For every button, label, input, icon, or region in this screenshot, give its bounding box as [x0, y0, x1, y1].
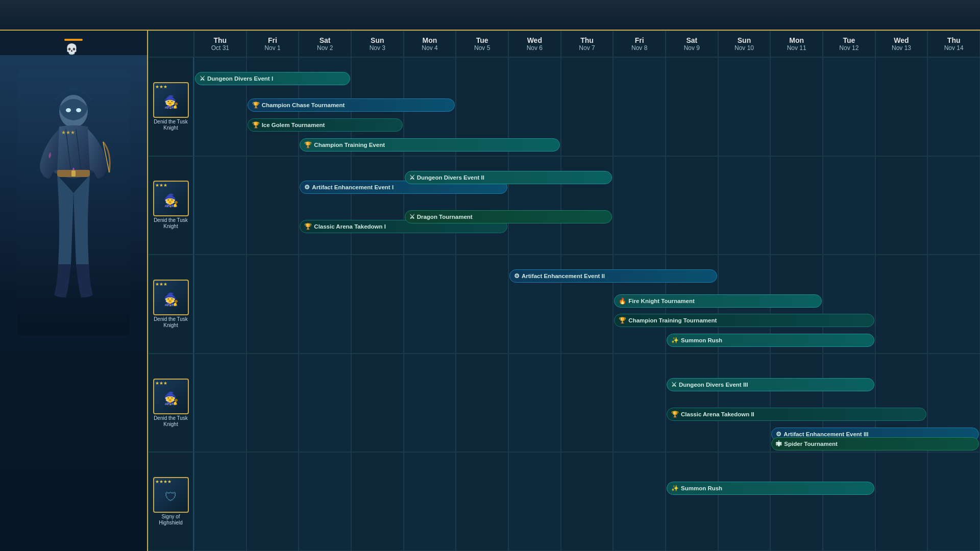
champion-type: 💀	[0, 43, 147, 55]
day-header-4: MonNov 4	[404, 31, 456, 57]
day-cell-r3-c13	[875, 354, 928, 453]
day-cell-r3-c12	[823, 354, 875, 453]
calendar-area: ThuOct 31FriNov 1SatNov 2SunNov 3MonNov …	[148, 31, 980, 551]
calendar-grid: ThuOct 31FriNov 1SatNov 2SunNov 3MonNov …	[148, 31, 980, 551]
day-cell-r3-c11	[770, 354, 823, 453]
champion-silhouette: ★★★	[17, 70, 130, 336]
day-header-12: TueNov 12	[823, 31, 875, 57]
day-cell-r4-c4	[404, 452, 456, 551]
day-cell-r4-c14	[927, 452, 980, 551]
day-header-3: SunNov 3	[351, 31, 404, 57]
day-header-10: SunNov 10	[718, 31, 771, 57]
champion-cell-4: ★★★★🛡Signy of Highshield	[148, 452, 194, 551]
day-header-0: ThuOct 31	[194, 31, 247, 57]
day-cell-r1-c13	[875, 156, 928, 255]
champion-rarity-container	[0, 39, 147, 41]
day-cell-r2-c9	[666, 255, 718, 354]
day-cell-r0-c13	[875, 57, 928, 156]
day-cell-r4-c8	[613, 452, 666, 551]
day-cell-r1-c1	[247, 156, 299, 255]
day-cell-r0-c12	[823, 57, 875, 156]
day-cell-r4-c0	[194, 452, 247, 551]
day-cell-r1-c10	[718, 156, 771, 255]
champion-image: ★★★	[0, 55, 147, 351]
day-cell-r2-c2	[299, 255, 351, 354]
day-cell-r0-c11	[770, 57, 823, 156]
day-cell-r4-c6	[508, 452, 561, 551]
day-cell-r0-c3	[351, 57, 404, 156]
day-cell-r2-c8	[613, 255, 666, 354]
champion-column-header	[148, 31, 194, 57]
rarity-badge	[64, 39, 83, 41]
day-cell-r0-c5	[456, 57, 508, 156]
day-cell-r2-c11	[770, 255, 823, 354]
day-cell-r3-c0	[194, 354, 247, 453]
day-cell-r3-c6	[508, 354, 561, 453]
day-header-14: ThuNov 14	[927, 31, 980, 57]
day-cell-r3-c4	[404, 354, 456, 453]
day-cell-r2-c3	[351, 255, 404, 354]
day-cell-r1-c5	[456, 156, 508, 255]
skull-icon: 💀	[65, 43, 78, 55]
day-cell-r2-c4	[404, 255, 456, 354]
day-cell-r3-c8	[613, 354, 666, 453]
day-cell-r2-c13	[875, 255, 928, 354]
day-cell-r2-c14	[927, 255, 980, 354]
svg-point-3	[76, 108, 81, 112]
day-cell-r0-c8	[613, 57, 666, 156]
day-header-1: FriNov 1	[247, 31, 299, 57]
day-cell-r2-c6	[508, 255, 561, 354]
day-cell-r4-c13	[875, 452, 928, 551]
day-cell-r4-c10	[718, 452, 771, 551]
day-cell-r3-c10	[718, 354, 771, 453]
day-header-5: TueNov 5	[456, 31, 508, 57]
day-cell-r2-c10	[718, 255, 771, 354]
day-header-7: ThuNov 7	[561, 31, 614, 57]
day-cell-r4-c3	[351, 452, 404, 551]
day-cell-r4-c12	[823, 452, 875, 551]
day-cell-r3-c2	[299, 354, 351, 453]
day-cell-r1-c0	[194, 156, 247, 255]
champion-name	[0, 31, 147, 37]
day-cell-r1-c4	[404, 156, 456, 255]
champion-cell-2: ★★★🧙Denid the Tusk Knight	[148, 255, 194, 354]
day-cell-r0-c2	[299, 57, 351, 156]
day-cell-r2-c0	[194, 255, 247, 354]
day-cell-r2-c1	[247, 255, 299, 354]
page-header	[0, 0, 980, 31]
day-cell-r0-c7	[561, 57, 614, 156]
day-cell-r3-c7	[561, 354, 614, 453]
day-cell-r1-c7	[561, 156, 614, 255]
day-cell-r0-c6	[508, 57, 561, 156]
day-cell-r0-c4	[404, 57, 456, 156]
day-cell-r0-c10	[718, 57, 771, 156]
day-cell-r1-c2	[299, 156, 351, 255]
champion-cell-3: ★★★🧙Denid the Tusk Knight	[148, 354, 194, 453]
day-cell-r3-c5	[456, 354, 508, 453]
day-cell-r1-c11	[770, 156, 823, 255]
day-cell-r1-c8	[613, 156, 666, 255]
day-cell-r0-c1	[247, 57, 299, 156]
day-cell-r4-c1	[247, 452, 299, 551]
day-cell-r3-c9	[666, 354, 718, 453]
day-cell-r4-c7	[561, 452, 614, 551]
day-cell-r2-c7	[561, 255, 614, 354]
day-cell-r3-c14	[927, 354, 980, 453]
day-header-6: WedNov 6	[508, 31, 561, 57]
day-header-13: WedNov 13	[875, 31, 928, 57]
champion-cell-1: ★★★🧙Denid the Tusk Knight	[148, 156, 194, 255]
day-cell-r0-c0	[194, 57, 247, 156]
day-cell-r1-c6	[508, 156, 561, 255]
day-cell-r4-c2	[299, 452, 351, 551]
day-cell-r4-c11	[770, 452, 823, 551]
day-header-8: FriNov 8	[613, 31, 666, 57]
svg-rect-5	[71, 170, 76, 177]
day-cell-r4-c5	[456, 452, 508, 551]
day-cell-r3-c1	[247, 354, 299, 453]
day-cell-r2-c12	[823, 255, 875, 354]
day-cell-r1-c12	[823, 156, 875, 255]
svg-text:★★★: ★★★	[61, 130, 75, 135]
day-header-2: SatNov 2	[299, 31, 351, 57]
day-header-9: SatNov 9	[666, 31, 718, 57]
day-cell-r4-c9	[666, 452, 718, 551]
